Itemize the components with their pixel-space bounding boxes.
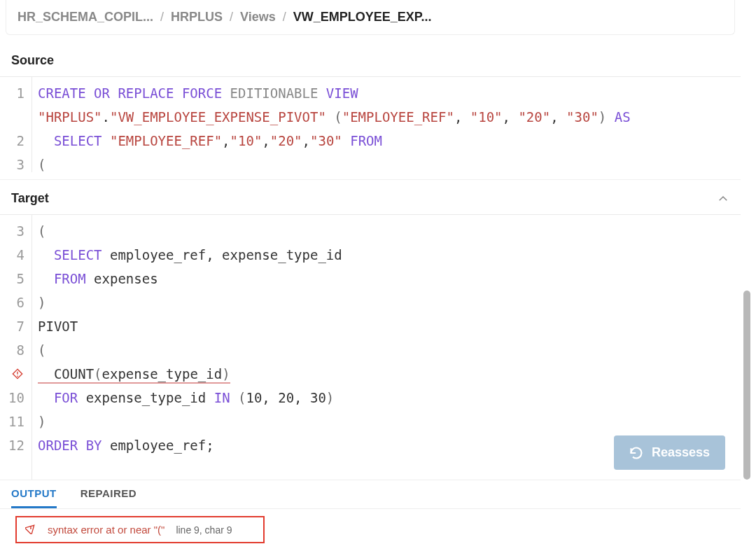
line-number: 6 bbox=[0, 291, 27, 314]
breadcrumb-item[interactable]: HR_SCHEMA_COPIL... bbox=[18, 10, 153, 25]
reassess-label: Reassess bbox=[652, 445, 710, 460]
code-line[interactable]: PIVOT bbox=[38, 314, 735, 338]
code-line[interactable]: "HRPLUS"."VW_EMPLOYEE_EXPENSE_PIVOT" ("E… bbox=[38, 105, 735, 129]
error-row[interactable]: syntax error at or near "(" line 9, char… bbox=[15, 516, 265, 543]
line-number bbox=[0, 105, 27, 129]
breadcrumb-sep: / bbox=[283, 10, 286, 25]
line-number: 10 bbox=[0, 386, 27, 410]
code-line[interactable]: FOR expense_type_id IN (10, 20, 30) bbox=[38, 386, 735, 410]
line-number: 2 bbox=[0, 129, 27, 153]
reassess-button[interactable]: Reassess bbox=[614, 435, 725, 470]
breadcrumb-item[interactable]: HRPLUS bbox=[171, 10, 223, 25]
target-gutter: 345678101112 bbox=[0, 215, 32, 480]
source-editor[interactable]: 123 CREATE OR REPLACE FORCE EDITIONABLE … bbox=[0, 77, 741, 172]
code-line[interactable]: ) bbox=[38, 291, 735, 314]
line-number: 4 bbox=[0, 243, 27, 267]
code-line[interactable]: ( bbox=[38, 338, 735, 362]
code-line[interactable]: SELECT employee_ref, expense_type_id bbox=[38, 243, 735, 267]
breadcrumb-card: HR_SCHEMA_COPIL... / HRPLUS / Views / VW… bbox=[6, 0, 735, 35]
breadcrumb-sep: / bbox=[160, 10, 164, 25]
target-editor[interactable]: 345678101112 ( SELECT employee_ref, expe… bbox=[0, 215, 741, 480]
code-line[interactable]: CREATE OR REPLACE FORCE EDITIONABLE VIEW bbox=[38, 81, 735, 105]
code-line[interactable]: ( bbox=[38, 153, 735, 172]
line-number: 3 bbox=[0, 219, 27, 243]
tab-repaired[interactable]: REPAIRED bbox=[80, 487, 136, 508]
code-line[interactable]: ( bbox=[38, 219, 735, 243]
source-code[interactable]: CREATE OR REPLACE FORCE EDITIONABLE VIEW… bbox=[32, 77, 741, 172]
line-number: 11 bbox=[0, 410, 27, 433]
code-line[interactable]: ) bbox=[38, 410, 735, 433]
breadcrumb: HR_SCHEMA_COPIL... / HRPLUS / Views / VW… bbox=[18, 10, 723, 25]
line-number: 3 bbox=[0, 153, 27, 172]
target-section-header[interactable]: Target bbox=[0, 179, 741, 215]
tab-output[interactable]: OUTPUT bbox=[11, 487, 57, 508]
breadcrumb-item[interactable]: Views bbox=[240, 10, 276, 25]
error-icon bbox=[25, 523, 36, 536]
line-number: 7 bbox=[0, 314, 27, 338]
refresh-icon bbox=[629, 446, 643, 460]
line-number: 1 bbox=[0, 81, 27, 105]
target-title: Target bbox=[11, 191, 49, 206]
breadcrumb-sep: / bbox=[230, 10, 233, 25]
error-gutter-icon bbox=[12, 368, 23, 379]
breadcrumb-item-current: VW_EMPLOYEE_EXP... bbox=[293, 10, 432, 25]
line-number: 5 bbox=[0, 267, 27, 291]
line-number bbox=[0, 362, 27, 386]
source-title: Source bbox=[11, 53, 54, 68]
code-line[interactable]: COUNT(expense_type_id) bbox=[38, 362, 735, 386]
error-location: line 9, char 9 bbox=[176, 524, 232, 536]
error-message: syntax error at or near "(" bbox=[48, 524, 164, 536]
code-line[interactable]: SELECT "EMPLOYEE_REF","10","20","30" FRO… bbox=[38, 129, 735, 153]
svg-point-2 bbox=[17, 375, 18, 377]
source-section-header[interactable]: Source bbox=[0, 42, 741, 77]
line-number: 12 bbox=[0, 433, 27, 457]
output-tabs: OUTPUT REPAIRED bbox=[0, 480, 741, 509]
code-line[interactable]: FROM expenses bbox=[38, 267, 735, 291]
source-gutter: 123 bbox=[0, 77, 32, 172]
page-scrollbar-thumb[interactable] bbox=[743, 291, 750, 480]
chevron-up-icon[interactable] bbox=[717, 193, 729, 205]
line-number: 8 bbox=[0, 338, 27, 362]
